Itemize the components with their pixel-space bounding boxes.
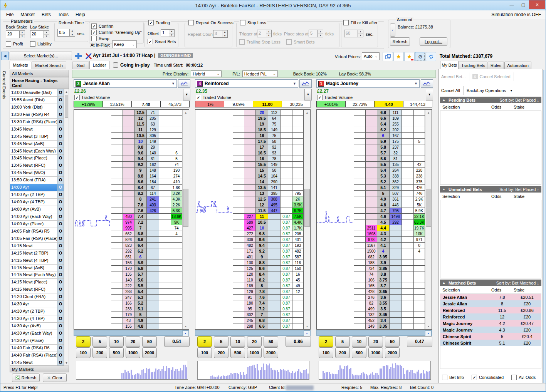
price-cell[interactable]: 12 bbox=[256, 202, 268, 208]
fill-or-kill-checkbox[interactable]: Fill or Kill after bbox=[343, 20, 378, 25]
pending-bets-header[interactable]: ▲ Pending Bets Sort by: Bet Placed ↓ bbox=[440, 97, 541, 103]
back-amount-cell[interactable] bbox=[147, 306, 159, 312]
lay-amount-cell[interactable] bbox=[171, 116, 182, 121]
lay-amount-cell[interactable] bbox=[414, 110, 425, 116]
price-cell[interactable]: 8 bbox=[134, 196, 147, 202]
back-queue-cell[interactable] bbox=[354, 121, 366, 127]
trailing-stop-loss-checkbox[interactable]: Trailing Stop Loss bbox=[239, 39, 281, 45]
back-amount-cell[interactable] bbox=[268, 237, 281, 243]
price-cell[interactable]: 5.8 bbox=[377, 144, 390, 150]
lay-amount-cell[interactable] bbox=[292, 312, 304, 318]
price-cell[interactable]: 4.3 bbox=[377, 231, 390, 237]
back-amount-cell[interactable]: 795 bbox=[390, 208, 402, 214]
back-amount-cell[interactable]: 241 bbox=[147, 196, 159, 202]
market-list-item[interactable]: 14:00 Ayr (4 TBP)O bbox=[10, 199, 64, 206]
maximize-button[interactable]: ▢ bbox=[517, 0, 529, 9]
back-amount-cell[interactable] bbox=[268, 289, 281, 295]
price-cell[interactable]: 9.2 bbox=[134, 162, 147, 168]
lay-amount-cell[interactable]: 1.6K bbox=[171, 185, 182, 191]
stake-button[interactable]: 2000 bbox=[142, 347, 157, 358]
lay-amount-cell[interactable] bbox=[171, 318, 182, 323]
tick-size-button[interactable]: 0.51 bbox=[164, 336, 190, 347]
market-list-item[interactable]: 14:15 Newt (2 TBP)O bbox=[10, 250, 64, 257]
price-cell[interactable]: 7.4 bbox=[134, 214, 147, 219]
price-cell[interactable]: 4.4 bbox=[377, 225, 390, 231]
stake-button[interactable]: 2 bbox=[76, 336, 91, 347]
back-amount-cell[interactable] bbox=[268, 306, 281, 312]
lay-amount-cell[interactable]: 2.2K bbox=[171, 202, 182, 208]
lay-amount-cell[interactable] bbox=[292, 116, 304, 121]
back-queue-cell[interactable] bbox=[111, 156, 123, 162]
back-amount-cell[interactable] bbox=[390, 295, 402, 300]
back-queue-cell[interactable] bbox=[354, 248, 366, 254]
repeat-count-stepper[interactable]: 3 ▲▼ bbox=[213, 30, 228, 38]
back-amount-cell[interactable]: 114 bbox=[147, 191, 159, 196]
price-cell[interactable]: 4.9 bbox=[377, 196, 390, 202]
stake-button[interactable]: 100 bbox=[197, 347, 212, 358]
back-queue-cell[interactable] bbox=[111, 254, 123, 260]
back-queue-cell[interactable] bbox=[233, 260, 244, 266]
chart-button[interactable] bbox=[421, 79, 433, 88]
price-cell[interactable]: 8.6 bbox=[256, 266, 268, 271]
back-amount-cell[interactable]: 175 bbox=[390, 139, 402, 144]
lay-amount-cell[interactable]: 3.9K bbox=[292, 202, 304, 208]
price-cell[interactable]: 18.5 bbox=[256, 127, 268, 133]
lay-amount-cell[interactable] bbox=[292, 300, 304, 306]
market-list-item[interactable]: 13:00 Deauville (Dist)O bbox=[10, 89, 64, 97]
price-cell[interactable]: 6.8 bbox=[134, 231, 147, 237]
price-cell[interactable]: 3.4 bbox=[377, 318, 390, 323]
lay-amount-cell[interactable]: 2K bbox=[292, 196, 304, 202]
lay-amount-cell[interactable] bbox=[171, 260, 182, 266]
lay-amount-cell[interactable] bbox=[414, 283, 425, 289]
lay-amount-cell[interactable] bbox=[414, 150, 425, 156]
market-list-item[interactable]: 15:55 Ascot (Dist)O bbox=[10, 97, 64, 104]
my-markets-header[interactable]: My Markets bbox=[10, 366, 69, 372]
stake-button[interactable]: 1000 bbox=[247, 347, 262, 358]
price-cell[interactable]: 5.9 bbox=[377, 139, 390, 144]
lay-amount-cell[interactable]: 5 bbox=[171, 156, 182, 162]
pl-dropdown[interactable]: Hedged P/L⌄ bbox=[242, 70, 278, 77]
back-queue-cell[interactable] bbox=[354, 116, 366, 121]
sidebar-clear-button[interactable]: ✕ Clear bbox=[43, 374, 67, 382]
back-amount-cell[interactable]: 64 bbox=[268, 116, 281, 121]
price-cell[interactable]: 8 bbox=[256, 283, 268, 289]
back-queue-cell[interactable] bbox=[111, 295, 123, 300]
consolidated-checkbox[interactable]: ✓Consolidated bbox=[472, 375, 504, 380]
back-queue-cell[interactable] bbox=[233, 254, 244, 260]
lay-amount-cell[interactable] bbox=[171, 271, 182, 277]
price-cell[interactable]: 13 bbox=[256, 191, 268, 196]
stake-button[interactable]: 5 bbox=[92, 336, 107, 347]
market-list-item[interactable]: 14:00 Ayr (Place)O bbox=[10, 221, 64, 228]
back-amount-cell[interactable]: 149 bbox=[268, 127, 281, 133]
menu-help[interactable]: Help bbox=[72, 11, 89, 18]
lay-amount-cell[interactable] bbox=[292, 306, 304, 312]
back-amount-cell[interactable] bbox=[268, 312, 281, 318]
lay-amount-cell[interactable] bbox=[171, 144, 182, 150]
price-cell[interactable]: 3.45 bbox=[377, 312, 390, 318]
price-cell[interactable]: 9.8 bbox=[134, 144, 147, 150]
back-amount-cell[interactable] bbox=[147, 231, 159, 237]
stake-button[interactable]: 10 bbox=[109, 336, 124, 347]
stake-button[interactable]: 5 bbox=[214, 336, 228, 347]
back-queue-cell[interactable] bbox=[354, 196, 366, 202]
back-amount-cell[interactable] bbox=[147, 300, 159, 306]
confirm-greening-checkbox[interactable]: ✓Confirm "Greening Up" bbox=[91, 30, 142, 35]
logout-button[interactable]: Log out... bbox=[420, 37, 447, 46]
back-queue-cell[interactable] bbox=[354, 150, 366, 156]
back-amount-cell[interactable] bbox=[390, 260, 402, 266]
stake-button[interactable]: 1000 bbox=[126, 347, 140, 358]
lay-amount-cell[interactable] bbox=[414, 300, 425, 306]
lay-amount-cell[interactable] bbox=[292, 127, 304, 133]
back-queue-cell[interactable] bbox=[233, 156, 244, 162]
price-cell[interactable]: 7.4 bbox=[256, 300, 268, 306]
market-list-item[interactable]: 14:30 Ayr (Place)O bbox=[10, 337, 64, 345]
back-queue-cell[interactable] bbox=[233, 179, 244, 185]
back-amount-cell[interactable] bbox=[390, 243, 402, 248]
back-queue-cell[interactable] bbox=[233, 237, 244, 243]
lay-amount-cell[interactable] bbox=[414, 277, 425, 283]
back-queue-cell[interactable] bbox=[233, 127, 244, 133]
back-amount-cell[interactable] bbox=[147, 271, 159, 277]
price-cell[interactable]: 6.4 bbox=[377, 121, 390, 127]
back-amount-cell[interactable]: 403 bbox=[147, 202, 159, 208]
back-amount-cell[interactable] bbox=[268, 214, 281, 219]
